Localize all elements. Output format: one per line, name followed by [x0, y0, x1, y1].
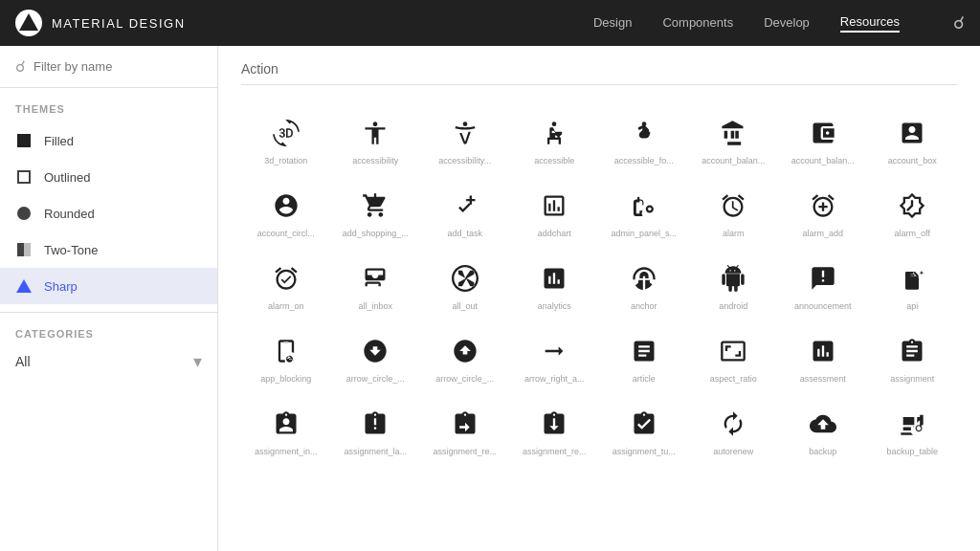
icon-addchart[interactable]: addchart	[510, 173, 600, 246]
icon-app-blocking[interactable]: app_blocking	[241, 319, 331, 391]
icon-backup[interactable]: backup	[778, 391, 868, 464]
icon-label: autorenew	[713, 447, 753, 456]
icon-label: accessible	[534, 156, 574, 165]
themes-section-label: THEMES	[0, 88, 217, 122]
categories-value: All	[15, 354, 31, 369]
section-title: Action	[241, 61, 957, 85]
icon-assignment-ind[interactable]: assignment_in...	[241, 391, 331, 464]
theme-sharp[interactable]: Sharp	[0, 268, 217, 304]
icon-label: article	[633, 374, 656, 384]
nav-components[interactable]: Components	[662, 15, 733, 32]
icon-autorenew[interactable]: autorenew	[689, 391, 779, 464]
icon-accessible[interactable]: accessible	[510, 100, 600, 173]
icon-label: assignment_re...	[433, 447, 497, 456]
icon-admin-panel-settings[interactable]: admin_panel_s...	[599, 173, 689, 246]
icon-assignment-turned-in[interactable]: assignment_tu...	[599, 391, 689, 464]
top-navigation: MATERIAL DESIGN Design Components Develo…	[0, 0, 980, 46]
assignment-ind-icon	[269, 407, 303, 441]
article-icon	[627, 334, 661, 368]
theme-twotone-label: Two-Tone	[44, 243, 98, 257]
rounded-icon	[15, 205, 33, 222]
nav-design[interactable]: Design	[593, 15, 632, 32]
icon-label: 3d_rotation	[264, 156, 307, 165]
add-shopping-cart-icon	[358, 188, 392, 223]
categories-select[interactable]: All ▾	[15, 351, 202, 372]
sidebar-divider	[0, 312, 217, 313]
icon-label: all_inbox	[358, 301, 392, 311]
icon-alarm-off[interactable]: alarm_off	[868, 173, 958, 246]
icon-alarm-on[interactable]: alarm_on	[241, 246, 331, 319]
icon-label: account_balan...	[791, 156, 855, 165]
icon-api[interactable]: api	[868, 246, 958, 319]
3d-rotation-icon	[269, 116, 303, 150]
anchor-icon	[627, 261, 661, 296]
theme-filled[interactable]: Filled	[0, 122, 217, 159]
search-icon[interactable]: ☌	[953, 12, 965, 33]
icon-all-out[interactable]: all_out	[420, 246, 510, 319]
icon-account-circle[interactable]: account_circl...	[241, 173, 331, 246]
icon-label: alarm_on	[268, 301, 304, 311]
icon-label: arrow_right_a...	[524, 374, 585, 384]
sidebar-search-icon: ☌	[15, 57, 26, 76]
account-box-icon	[895, 116, 929, 150]
icon-arrow-circle-up[interactable]: arrow_circle_...	[420, 319, 510, 391]
logo: MATERIAL DESIGN	[15, 10, 186, 36]
theme-rounded[interactable]: Rounded	[0, 195, 217, 231]
icon-label: add_shopping_...	[343, 229, 409, 238]
nav-resources[interactable]: Resources	[840, 14, 900, 33]
icon-account-balance-wallet[interactable]: account_balan...	[778, 100, 868, 173]
icon-accessibility[interactable]: accessibility	[331, 100, 421, 173]
icon-alarm-add[interactable]: alarm_add	[778, 173, 868, 246]
theme-twotone[interactable]: Two-Tone	[0, 231, 217, 268]
alarm-add-icon	[806, 188, 840, 223]
icon-article[interactable]: article	[599, 319, 689, 391]
nav-links: Design Components Develop Resources ☌	[593, 12, 965, 33]
icon-accessibility-new[interactable]: accessibility...	[420, 100, 510, 173]
icon-assignment-returned[interactable]: assignment_re...	[510, 391, 600, 464]
icon-accessible-forward[interactable]: accessible_fo...	[599, 100, 689, 173]
icon-label: assignment_la...	[344, 447, 407, 456]
nav-develop[interactable]: Develop	[764, 15, 810, 32]
assignment-icon	[895, 334, 929, 368]
icon-aspect-ratio[interactable]: aspect_ratio	[689, 319, 779, 391]
aspect-ratio-icon	[716, 334, 750, 368]
theme-outlined[interactable]: Outlined	[0, 159, 217, 195]
icon-anchor[interactable]: anchor	[599, 246, 689, 319]
theme-filled-label: Filled	[44, 134, 74, 148]
icon-label: accessible_fo...	[614, 156, 674, 165]
search-input[interactable]	[33, 59, 202, 74]
icon-label: assignment_re...	[523, 447, 587, 456]
icon-label: all_out	[452, 301, 478, 311]
icon-arrow-right-alt[interactable]: arrow_right_a...	[510, 319, 600, 391]
icon-add-task[interactable]: add_task	[420, 173, 510, 246]
icon-assessment[interactable]: assessment	[778, 319, 868, 391]
icon-all-inbox[interactable]: all_inbox	[331, 246, 421, 319]
icon-label: api	[906, 301, 918, 311]
icon-account-balance[interactable]: account_balan...	[689, 100, 779, 173]
icon-assignment-return[interactable]: assignment_re...	[420, 391, 510, 464]
icon-arrow-circle-down[interactable]: arrow_circle_...	[331, 319, 421, 391]
theme-rounded-label: Rounded	[44, 207, 95, 221]
all-inbox-icon	[358, 261, 392, 296]
icon-assignment[interactable]: assignment	[868, 319, 958, 391]
icon-android[interactable]: android	[689, 246, 779, 319]
categories-section: CATEGORIES All ▾	[0, 320, 217, 387]
main-layout: ☌ THEMES Filled Outlined Rounded Two-Ton…	[0, 46, 980, 551]
accessibility-icon	[358, 116, 392, 150]
icon-label: account_circl...	[257, 229, 315, 238]
assignment-return-icon	[448, 407, 482, 441]
icon-add-shopping-cart[interactable]: add_shopping_...	[331, 173, 421, 246]
icon-backup-table[interactable]: backup_table	[868, 391, 958, 464]
icon-assignment-late[interactable]: assignment_la...	[331, 391, 421, 464]
autorenew-icon	[716, 407, 750, 441]
alarm-icon	[716, 188, 750, 223]
icon-label: android	[719, 301, 747, 311]
icon-announcement[interactable]: announcement	[778, 246, 868, 319]
icon-alarm[interactable]: alarm	[689, 173, 779, 246]
icon-account-box[interactable]: account_box	[868, 100, 958, 173]
svg-point-5	[913, 279, 915, 281]
announcement-icon	[806, 261, 840, 296]
icon-3d-rotation[interactable]: 3d_rotation	[241, 100, 331, 173]
icon-analytics[interactable]: analytics	[510, 246, 600, 319]
sharp-icon	[15, 277, 33, 295]
